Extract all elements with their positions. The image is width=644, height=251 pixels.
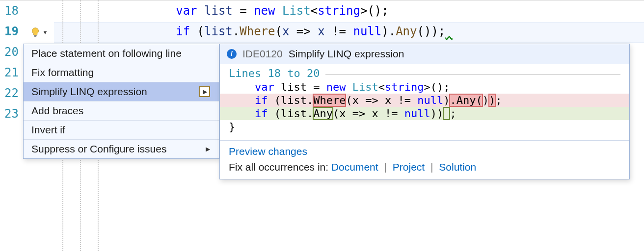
- preview-header: i IDE0120 Simplify LINQ expression: [220, 44, 629, 64]
- qa-invert-if[interactable]: Invert if: [24, 120, 219, 139]
- keyword: new: [254, 4, 275, 18]
- identifier: list: [204, 4, 233, 18]
- divider: |: [381, 161, 389, 173]
- operator: !=: [325, 25, 353, 38]
- fix-scope-project[interactable]: Project: [393, 161, 425, 173]
- info-icon: i: [227, 49, 237, 59]
- menu-label: Invert if: [31, 124, 65, 136]
- punct: ());: [417, 25, 446, 38]
- lightbulb-icon: [30, 27, 41, 38]
- warning-squiggle: [445, 25, 452, 38]
- line-number: 23: [0, 103, 24, 124]
- keyword: null: [353, 25, 381, 38]
- punct: >: [360, 4, 367, 18]
- operator: =: [233, 4, 254, 18]
- fix-scope-solution[interactable]: Solution: [439, 161, 476, 173]
- code-line-19[interactable]: if (list.Where(x => x != null).Any());: [62, 21, 644, 42]
- quick-actions-lightbulb[interactable]: ▼: [26, 25, 52, 40]
- line-number-gutter: 18 19 20 21 22 23: [0, 0, 24, 124]
- svg-rect-1: [34, 36, 36, 37]
- type: List: [282, 4, 311, 18]
- code-area[interactable]: var list = new List<string>(); if (list.…: [62, 0, 644, 42]
- removed-token: ): [489, 94, 495, 106]
- method: Any: [396, 25, 417, 38]
- diagnostic-id: IDE0120: [242, 48, 283, 60]
- line-number: 20: [0, 42, 24, 62]
- fix-preview-panel: i IDE0120 Simplify LINQ expression Lines…: [219, 44, 630, 179]
- menu-label: Fix formatting: [31, 67, 94, 78]
- code-editor: 18 19 20 21 22 23 var list = new List<st…: [0, 0, 644, 251]
- qa-place-statement[interactable]: Place statement on following line: [24, 44, 219, 63]
- method: Where: [240, 25, 275, 38]
- keyword: if: [176, 25, 190, 38]
- quick-actions-menu: Place statement on following line Fix fo…: [23, 44, 219, 159]
- context-label: Lines 18 to 20: [229, 67, 320, 79]
- context-header: Lines 18 to 20: [220, 66, 629, 80]
- qa-add-braces[interactable]: Add braces: [24, 101, 219, 120]
- punct: (: [190, 25, 204, 38]
- submenu-arrow-icon: ▶: [206, 146, 210, 152]
- punct: .: [233, 25, 240, 38]
- identifier: x: [282, 25, 289, 38]
- menu-label: Simplify LINQ expression: [31, 86, 147, 98]
- keyword: var: [176, 4, 197, 18]
- diff-context-line: var list = new List<string>();: [220, 80, 629, 94]
- identifier: x: [318, 25, 324, 38]
- qa-fix-formatting[interactable]: Fix formatting: [24, 63, 219, 82]
- line-number: 22: [0, 83, 24, 103]
- line-number: 21: [0, 62, 24, 83]
- removed-token: Where: [313, 94, 346, 106]
- qa-simplify-linq[interactable]: Simplify LINQ expression ▶: [24, 82, 219, 101]
- chevron-down-icon: ▼: [43, 29, 48, 35]
- qa-suppress-configure[interactable]: Suppress or Configure issues ▶: [24, 139, 219, 158]
- code-line-18[interactable]: var list = new List<string>();: [62, 0, 644, 21]
- fix-scope-document[interactable]: Document: [331, 161, 378, 173]
- keyword: string: [318, 4, 360, 18]
- identifier: list: [204, 25, 233, 38]
- preview-changes-link[interactable]: Preview changes: [229, 146, 307, 157]
- preview-diff: Lines 18 to 20 var list = new List<strin…: [220, 64, 629, 140]
- diagnostic-title: Simplify LINQ expression: [289, 48, 404, 60]
- svg-rect-0: [34, 35, 37, 36]
- punct: <: [311, 4, 318, 18]
- operator: =>: [289, 25, 318, 38]
- added-token: Any: [313, 107, 333, 120]
- divider: |: [428, 161, 436, 173]
- removed-token: .Any(: [450, 94, 482, 106]
- fix-all-label: Fix all occurrences in:: [229, 161, 328, 173]
- preview-footer: Preview changes Fix all occurrences in: …: [220, 140, 629, 179]
- punct: (: [275, 25, 282, 38]
- line-number: 18: [0, 0, 24, 21]
- line-number: 19: [0, 21, 24, 42]
- diff-added-line: if (list.Any(x => x != null)) ;: [220, 107, 629, 120]
- submenu-arrow-icon: ▶: [199, 86, 210, 97]
- diff-context-line: }: [220, 120, 629, 133]
- menu-label: Add braces: [31, 105, 83, 117]
- punct: ): [381, 25, 388, 38]
- added-token: [443, 107, 450, 120]
- punct: .: [389, 25, 396, 38]
- menu-label: Suppress or Configure issues: [31, 143, 166, 155]
- diff-removed-line: if (list.Where(x => x != null).Any());: [220, 94, 629, 107]
- divider: [325, 74, 620, 75]
- menu-label: Place statement on following line: [31, 48, 182, 59]
- punct: ();: [367, 4, 388, 18]
